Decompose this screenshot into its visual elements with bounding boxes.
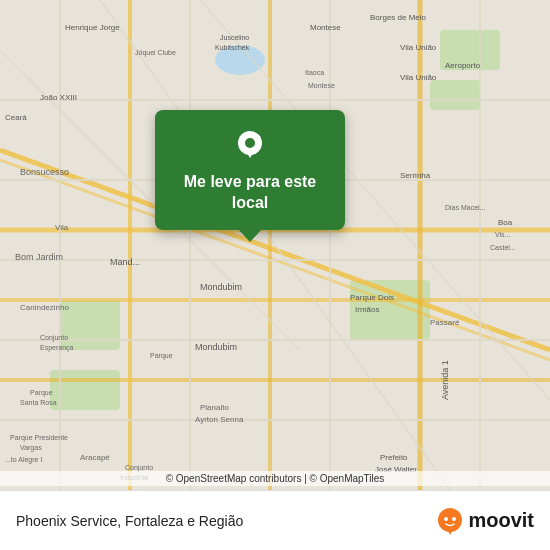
svg-text:Parque: Parque xyxy=(30,389,53,397)
svg-text:Irmãos: Irmãos xyxy=(355,305,379,314)
svg-text:Vargas: Vargas xyxy=(20,444,42,452)
svg-text:Ceará: Ceará xyxy=(5,113,27,122)
svg-text:Canindezinho: Canindezinho xyxy=(20,303,69,312)
svg-text:Parque Presidente: Parque Presidente xyxy=(10,434,68,442)
svg-text:João XXIII: João XXIII xyxy=(40,93,77,102)
map-svg: Bonsucesso Vila Bom Jardim Mand... Canin… xyxy=(0,0,550,490)
svg-text:Avenida 1: Avenida 1 xyxy=(440,360,450,400)
svg-text:Castel...: Castel... xyxy=(490,244,516,251)
svg-text:Boa: Boa xyxy=(498,218,513,227)
moovit-icon xyxy=(436,507,464,535)
svg-text:Passaré: Passaré xyxy=(430,318,460,327)
svg-text:Ayrton Senna: Ayrton Senna xyxy=(195,415,244,424)
svg-text:Bom Jardim: Bom Jardim xyxy=(15,252,63,262)
svg-text:Parque: Parque xyxy=(150,352,173,360)
svg-text:...to Alegre I: ...to Alegre I xyxy=(5,456,42,464)
location-pin-icon xyxy=(234,130,266,162)
svg-text:Itaoca: Itaoca xyxy=(305,69,324,76)
moovit-logo: moovit xyxy=(436,507,534,535)
map-container: Bonsucesso Vila Bom Jardim Mand... Canin… xyxy=(0,0,550,490)
svg-text:Mondubim: Mondubim xyxy=(200,282,242,292)
svg-text:Vila União: Vila União xyxy=(400,43,437,52)
svg-text:Montese: Montese xyxy=(308,82,335,89)
svg-text:Esperança: Esperança xyxy=(40,344,74,352)
svg-text:Planalto: Planalto xyxy=(200,403,229,412)
svg-text:Montese: Montese xyxy=(310,23,341,32)
footer: Phoenix Service, Fortaleza e Região moov… xyxy=(0,490,550,550)
popup-label: Me leve para este local xyxy=(171,172,329,214)
svg-text:Kubitschek: Kubitschek xyxy=(215,44,250,51)
svg-text:Jóquei Clube: Jóquei Clube xyxy=(135,49,176,57)
svg-rect-5 xyxy=(430,80,480,110)
svg-text:Aeroporto: Aeroporto xyxy=(445,61,481,70)
svg-text:Henrique Jorge: Henrique Jorge xyxy=(65,23,120,32)
svg-text:Mand...: Mand... xyxy=(110,257,140,267)
svg-text:Conjunto: Conjunto xyxy=(40,334,68,342)
svg-text:Parque Dois: Parque Dois xyxy=(350,293,394,302)
moovit-label: moovit xyxy=(468,509,534,532)
svg-text:Vila União: Vila União xyxy=(400,73,437,82)
svg-text:Prefeito: Prefeito xyxy=(380,453,408,462)
svg-text:Vis...: Vis... xyxy=(495,231,510,238)
svg-text:Aracapé: Aracapé xyxy=(80,453,110,462)
svg-text:Borges de Melo: Borges de Melo xyxy=(370,13,427,22)
footer-title: Phoenix Service, Fortaleza e Região xyxy=(16,513,243,529)
svg-point-77 xyxy=(452,517,456,521)
svg-text:Dias Macei...: Dias Macei... xyxy=(445,204,486,211)
svg-text:Santa Rosa: Santa Rosa xyxy=(20,399,57,406)
svg-text:Juscelino: Juscelino xyxy=(220,34,249,41)
svg-point-76 xyxy=(444,517,448,521)
svg-text:Vila: Vila xyxy=(55,223,69,232)
svg-point-73 xyxy=(245,138,255,148)
svg-text:Serrinha: Serrinha xyxy=(400,171,431,180)
svg-text:Mondubim: Mondubim xyxy=(195,342,237,352)
svg-text:Bonsucesso: Bonsucesso xyxy=(20,167,69,177)
map-popup[interactable]: Me leve para este local xyxy=(155,110,345,230)
svg-rect-2 xyxy=(60,300,120,350)
map-attribution: © OpenStreetMap contributors | © OpenMap… xyxy=(0,471,550,486)
